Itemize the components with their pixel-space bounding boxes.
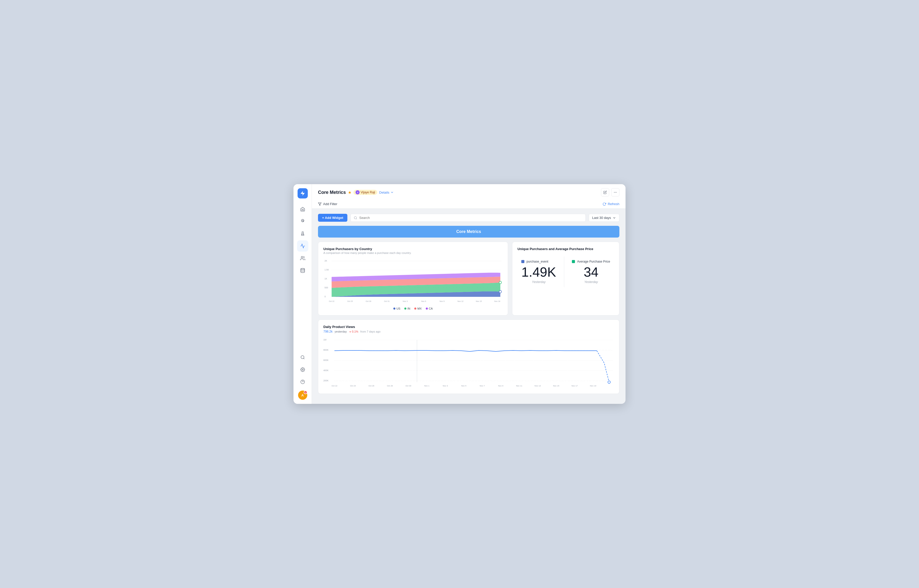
svg-text:1.5K: 1.5K (325, 268, 329, 271)
date-range-label: Last 30 days (592, 216, 611, 220)
sidebar: A 3 (294, 184, 312, 404)
svg-text:Oct 25: Oct 25 (347, 300, 353, 302)
svg-point-14 (354, 216, 357, 219)
edit-button[interactable] (601, 188, 609, 196)
svg-point-5 (301, 355, 304, 359)
metrics-display: purchase_event 1.49K Yesterday Average P… (517, 251, 614, 292)
filter-icon (318, 202, 321, 206)
svg-point-49 (608, 381, 611, 383)
svg-text:Nov 5: Nov 5 (461, 384, 467, 387)
metric-color-dot-1 (521, 260, 524, 263)
legend-ca: CA (426, 307, 433, 310)
legend-dot-ca (426, 307, 428, 310)
stat-yesterday-label: yesterday (334, 330, 347, 333)
legend-dot-us (393, 307, 396, 310)
svg-point-7 (302, 369, 303, 370)
svg-point-12 (616, 192, 617, 192)
purchasers-chart-card: Unique Purchasers by Country A compariso… (318, 242, 508, 315)
sidebar-item-database[interactable] (297, 265, 308, 276)
svg-point-10 (614, 192, 615, 192)
svg-text:200K: 200K (323, 379, 328, 382)
svg-point-11 (615, 192, 615, 192)
svg-text:Oct 30: Oct 30 (405, 384, 411, 387)
legend-label-mx: MX (417, 307, 422, 310)
svg-text:1K: 1K (325, 278, 327, 280)
sidebar-item-flask[interactable] (297, 228, 308, 239)
svg-text:400K: 400K (323, 369, 328, 372)
legend-dot-in (404, 307, 406, 310)
legend-label-in: IN (407, 307, 410, 310)
refresh-label: Refresh (608, 202, 619, 206)
daily-views-title: Daily Product Views (323, 325, 614, 329)
stat-change-pct: 0.1% (352, 330, 359, 333)
toolbar: Add Filter Refresh (318, 199, 619, 208)
dashboard-header: Core Metrics (318, 226, 619, 237)
svg-text:800K: 800K (323, 349, 328, 351)
legend-label-ca: CA (429, 307, 433, 310)
search-icon (354, 216, 357, 220)
avatar[interactable]: A 3 (298, 391, 307, 400)
svg-marker-13 (318, 203, 321, 205)
svg-text:Nov 9: Nov 9 (498, 384, 503, 387)
legend-mx: MX (414, 307, 422, 310)
details-button[interactable]: Details (379, 191, 394, 194)
app-logo[interactable] (297, 188, 308, 199)
area-chart-svg: 2K 1.5K 1K 500 0 (323, 258, 503, 306)
metric-label-2: Average Purchase Price (577, 260, 610, 263)
legend-dot-mx (414, 307, 416, 310)
more-options-button[interactable] (611, 188, 619, 196)
daily-views-card: Daily Product Views 798.2k yesterday 0.1… (318, 320, 619, 394)
search-box[interactable] (350, 214, 586, 222)
stat-yesterday-value: 798.2k (323, 330, 333, 333)
sidebar-item-graph[interactable] (297, 241, 308, 252)
svg-text:Nov 15: Nov 15 (476, 300, 482, 302)
date-range-selector[interactable]: Last 30 days (589, 214, 619, 222)
svg-text:600K: 600K (323, 359, 328, 362)
refresh-button[interactable]: Refresh (602, 202, 619, 206)
line-chart-svg: 1M 800K 600K 400K 200K (323, 338, 614, 391)
legend-in: IN (404, 307, 410, 310)
svg-text:Oct 31: Oct 31 (384, 300, 390, 302)
page-title: Core Metrics (318, 190, 346, 195)
add-widget-button[interactable]: + Add Widget (318, 214, 347, 222)
metric-purchase-event: purchase_event 1.49K Yesterday (521, 260, 556, 284)
add-filter-button[interactable]: Add Filter (318, 202, 338, 206)
svg-point-26 (499, 281, 501, 284)
metric-avg-price: Average Purchase Price 34 Yesterday (572, 260, 610, 284)
search-input[interactable] (359, 216, 582, 220)
sidebar-item-settings[interactable] (297, 364, 308, 375)
header-actions (601, 188, 619, 196)
user-avatar-small: V (355, 190, 360, 194)
stats-row: 798.2k yesterday 0.1% from 7 days ago (323, 330, 614, 333)
svg-text:Nov 1: Nov 1 (424, 384, 430, 387)
details-label: Details (379, 191, 389, 194)
sidebar-item-home[interactable] (297, 204, 308, 215)
sidebar-item-users[interactable] (297, 253, 308, 264)
header-top: Core Metrics ★ V Vijaye Raji Details (318, 188, 619, 199)
metric-label-1: purchase_event (527, 260, 548, 263)
title-row: Core Metrics ★ V Vijaye Raji Details (318, 190, 394, 195)
svg-text:Nov 13: Nov 13 (535, 384, 541, 387)
svg-point-3 (301, 257, 303, 258)
header: Core Metrics ★ V Vijaye Raji Details (312, 184, 625, 209)
line-chart: 1M 800K 600K 400K 200K (323, 338, 614, 389)
svg-text:Nov 12: Nov 12 (457, 300, 464, 302)
purchase-metrics-card: Unique Purchasers and Average Purchase P… (512, 242, 619, 315)
svg-line-6 (304, 358, 304, 359)
chevron-down-icon (612, 216, 616, 220)
svg-text:Oct 24: Oct 24 (350, 384, 356, 387)
sidebar-item-search[interactable] (297, 352, 308, 363)
svg-line-15 (356, 218, 357, 219)
metric-value-1: 1.49K (521, 265, 556, 279)
sidebar-item-help[interactable] (297, 376, 308, 388)
sidebar-item-coins[interactable] (297, 216, 308, 227)
purchase-metrics-title: Unique Purchasers and Average Purchase P… (517, 247, 614, 251)
legend-label-us: US (396, 307, 400, 310)
content-area: + Add Widget Last 30 days Core Metrics (312, 209, 625, 404)
user-name: Vijaye Raji (361, 191, 375, 194)
user-badge: V Vijaye Raji (354, 190, 377, 195)
purchasers-chart-subtitle: A comparison of how many people make a p… (323, 251, 503, 254)
charts-row: Unique Purchasers by Country A compariso… (318, 242, 619, 315)
filter-label: Add Filter (323, 202, 338, 206)
purchasers-chart-title: Unique Purchasers by Country (323, 247, 503, 251)
